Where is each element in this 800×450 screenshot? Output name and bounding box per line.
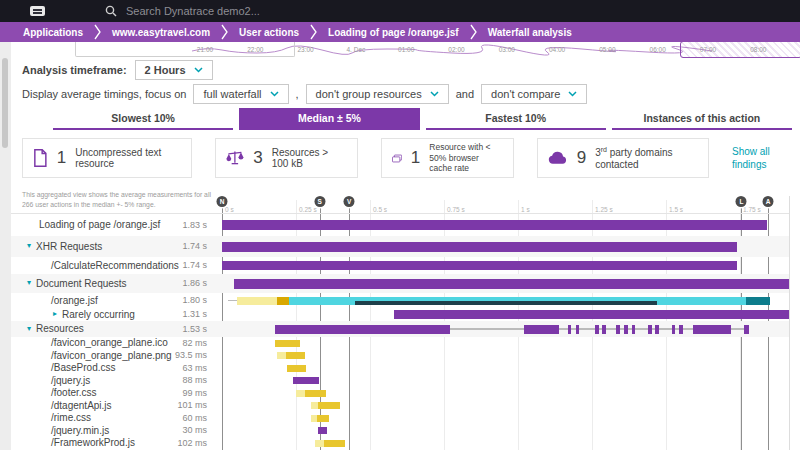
waterfall-bar-segment [222,220,767,230]
left-scrollbar[interactable] [0,42,11,450]
timeline-tick-label: 4. Dec [346,46,365,53]
and-label: and [456,88,474,100]
timeframe-dropdown[interactable]: 2 Hours [135,60,213,80]
row-label-text: Resources [36,323,84,334]
finding-card-large-resources[interactable]: 3 Resources > 100 kB [215,138,357,178]
waterfall-row: /orange.jsf1.80 s [11,293,790,308]
row-timing: 93.5 ms [151,350,207,360]
breadcrumb-item[interactable]: User actions [230,27,308,38]
waterfall-row: /BaseProd.css63 ms [11,362,790,375]
global-search[interactable]: Search Dynatrace demo2... [105,5,260,17]
row-label[interactable]: /rime.css [51,412,91,423]
row-label[interactable]: Loading of page /orange.jsf [39,219,160,230]
finding-count: 9 [577,148,586,168]
row-label[interactable]: /dtagentApi.js [51,400,112,411]
chevron-down-icon [194,67,203,73]
waterfall-bar-segment [683,328,693,330]
row-label-text: /dtagentApi.js [51,400,112,411]
timeline-tick-label: 04:00 [549,46,565,53]
cloud-icon [548,150,568,166]
findings-row: 1 Uncompressed text resource 3 Resources… [22,138,782,178]
tab-instances[interactable]: Instances of this action [612,108,792,130]
marker-V-icon: V [344,196,355,207]
row-label[interactable]: /FrameworkProd.js [51,437,135,448]
row-timing: 30 ms [151,425,207,435]
row-timing: 1.86 s [151,278,207,288]
row-timing: 1.74 s [151,241,207,251]
breadcrumb-item[interactable]: Applications [14,27,92,38]
waterfall-bar-segment [275,325,450,334]
waterfall-bar-segment [305,390,326,397]
row-label-text: Document Requests [36,278,127,289]
analysis-timeframe-row: Analysis timeframe: 2 Hours [22,60,213,80]
compare-dropdown[interactable]: don't compare [481,84,587,104]
row-label[interactable]: ▾Resources [27,323,84,334]
row-label[interactable]: /BaseProd.css [51,362,115,373]
waterfall-row: /footer.css99 ms [11,387,790,400]
breadcrumb-chevron-icon [221,24,228,40]
waterfall-bar-segment [222,261,737,270]
row-label[interactable]: /orange.jsf [51,295,98,306]
show-all-findings-link[interactable]: Show all findings [732,145,782,171]
chevron-down-icon[interactable]: ▾ [27,279,31,287]
row-label-text: /jquery.min.js [51,425,109,436]
axis-tick-label: 1.5 s [669,206,683,213]
finding-label: Uncompressed text resource [75,147,179,169]
tab-slowest-10[interactable]: Slowest 10% [53,108,233,130]
row-timing: 60 ms [151,413,207,423]
row-label[interactable]: ▾XHR Requests [27,241,102,252]
timeline-tick-label: 22:00 [247,46,263,53]
row-label[interactable]: /jquery.js [51,375,90,386]
grouping-dropdown[interactable]: don't group resources [306,84,449,104]
row-timing: 102 ms [151,438,207,448]
finding-card-third-party[interactable]: 9 3rd party domains contacted [537,138,709,178]
row-label[interactable]: ▾Document Requests [27,278,127,289]
waterfall-bar-segment [311,402,318,409]
chevron-right-icon[interactable]: ▸ [53,310,57,318]
app-menu-icon[interactable] [30,6,45,16]
focus-dropdown[interactable]: full waterfall [193,84,288,104]
tab-fastest-10[interactable]: Fastest 10% [426,108,606,130]
timeline-tick-label: 05:00 [599,46,615,53]
row-label-text: /BaseProd.css [51,362,115,373]
browser-windows-icon [392,150,402,167]
tab-median[interactable]: Median ± 5% [239,108,419,130]
timeline-tick-label: 07:00 [700,46,716,53]
row-timing: 1.31 s [151,309,207,319]
search-icon [105,5,117,17]
marker-S-icon: S [314,196,325,207]
chevron-down-icon [430,91,439,97]
scrollbar-thumb[interactable] [2,58,8,148]
finding-card-cache-rate[interactable]: 1 Resource with < 50% browser cache rate [381,138,514,178]
chevron-down-icon[interactable]: ▾ [27,325,31,333]
waterfall-bar-segment [237,297,277,305]
compare-value: don't compare [491,88,560,100]
chevron-down-icon[interactable]: ▾ [27,242,31,250]
waterfall-bar-segment [293,377,319,384]
waterfall-bar-segment [355,301,657,305]
waterfall-bar-segment [318,402,340,409]
row-label[interactable]: /footer.css [51,387,97,398]
row-timing: 99 ms [151,388,207,398]
finding-label: Resources > 100 kB [272,147,345,169]
breadcrumb-item[interactable]: www.easytravel.com [103,27,219,38]
row-timing: 82 ms [151,338,207,348]
waterfall-bar-segment [277,297,289,305]
breadcrumb-item[interactable]: Loading of page /orange.jsf [319,27,468,38]
waterfall-row: Loading of page /orange.jsf1.83 s [11,214,790,236]
top-nav-timeline[interactable]: 21:0022:0023:004. Dec01:0002:0003:0004:0… [12,42,800,59]
breadcrumb-item[interactable]: Waterfall analysis [479,27,581,38]
row-label-text: /rime.css [51,412,91,423]
comma-separator: , [296,88,299,100]
percentile-tabs: Slowest 10% Median ± 5% Fastest 10% Inst… [50,108,795,130]
finding-card-uncompressed[interactable]: 1 Uncompressed text resource [22,138,192,178]
waterfall-bar-segment [315,440,324,447]
row-label[interactable]: /jquery.min.js [51,425,109,436]
waterfall-bar-segment [228,300,237,302]
chevron-down-icon [568,91,577,97]
axis-tick-label: 1.25 s [595,206,613,213]
waterfall-row: ▾Resources1.53 s [11,321,790,337]
row-label[interactable]: ▸Rarely occurring [53,309,135,320]
marker-A-icon: A [763,196,774,207]
timeline-selection[interactable] [680,41,800,58]
